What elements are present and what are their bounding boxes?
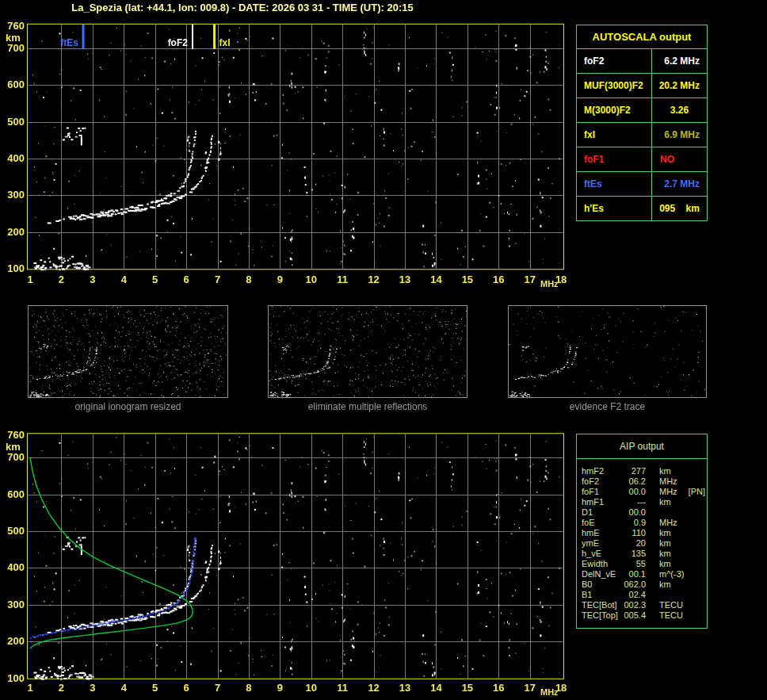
aip-parameter-value: 55 [620, 559, 646, 569]
x-axis-tick: 5 [146, 683, 165, 694]
aip-parameter-unit: km [646, 538, 671, 549]
aip-parameter-unit: TECU [646, 600, 683, 610]
aip-parameter-value: 06.2 [620, 476, 646, 487]
x-axis-tick: 2 [52, 274, 71, 285]
aip-parameter-name: Ewidth [577, 559, 620, 569]
x-axis-tick: 4 [114, 274, 133, 285]
x-axis-tick: 16 [489, 683, 508, 694]
aip-parameter-note: [PN] [677, 487, 705, 497]
autoscala-parameter-value: 20.2 MHz [652, 74, 707, 98]
x-axis-tick: 3 [83, 683, 102, 694]
autoscala-parameter-name: MUF(3000)F2 [577, 74, 652, 98]
aip-parameter-name: foE [577, 518, 620, 528]
thumbnail-caption-original: original ionogram resized [28, 401, 228, 412]
aip-parameter-name: hmF1 [577, 497, 620, 507]
thumbnail-original-ionogram [28, 305, 228, 398]
thumbnail-caption-f2trace: evidence F2 trace [508, 401, 707, 412]
thumbnail-evidence-f2-trace [508, 305, 707, 398]
x-axis-tick: 15 [458, 683, 477, 694]
x-axis-tick: 6 [177, 683, 196, 694]
x-axis-tick: 10 [302, 683, 321, 694]
aip-parameter-name: D1 [577, 507, 620, 518]
x-axis-tick: 9 [270, 274, 289, 285]
y-axis-tick: 300 [2, 599, 25, 610]
aip-parameter-value: 20 [620, 538, 646, 549]
autoscala-row-fof2: foF26.2 MHz [577, 49, 707, 74]
aip-parameter-value: 00.0 [620, 507, 646, 518]
aip-parameter-name: DelN_vE [577, 569, 620, 580]
aip-row-ewidth: Ewidth55km [577, 559, 707, 569]
x-axis-tick: 1 [21, 683, 40, 694]
autoscala-parameter-value: 2.7 MHz [652, 172, 707, 196]
marker-label-ftes: ftEs [48, 38, 78, 48]
autoscala-row-muf3000f2: MUF(3000)F220.2 MHz [577, 74, 707, 98]
y-axis-unit: km [6, 33, 25, 44]
autoscala-row-m3000f2: M(3000)F23.26 [577, 98, 707, 123]
aip-parameter-value: 135 [620, 549, 646, 559]
x-axis-tick: 16 [489, 274, 508, 285]
aip-row-b0: B0062.0km [577, 580, 707, 590]
aip-row-hmf2: hmF2277km [577, 466, 707, 476]
x-axis-tick: 13 [395, 274, 414, 285]
autoscala-parameter-name: h'Es [577, 197, 652, 220]
aip-parameter-value: 00.0 [620, 487, 646, 497]
aip-parameter-value: 110 [620, 528, 646, 538]
x-axis-tick: 12 [364, 274, 384, 285]
autoscala-parameter-value: 6.9 MHz [652, 123, 707, 147]
y-axis-tick: 200 [2, 227, 25, 238]
aip-parameter-unit: km [646, 528, 671, 538]
x-axis-tick: 14 [426, 683, 445, 694]
autoscala-parameter-name: fxI [577, 123, 652, 147]
aip-output-table: AIP output hmF2277kmfoF206.2MHzfoF100.0M… [576, 434, 708, 629]
aip-row-delnve: DelN_vE00.1m^(-3) [577, 569, 707, 580]
autoscala-output-table: AUTOSCALA output foF26.2 MHzMUF(3000)F22… [576, 25, 708, 221]
autoscala-row-fof1: foF1NO [577, 147, 707, 172]
autoscala-parameter-name: foF2 [577, 49, 652, 73]
x-axis-tick: 5 [146, 274, 165, 285]
aip-parameter-value: 02.4 [620, 590, 646, 600]
autoscala-window: La_Spezia (lat: +44.1, lon: 009.8) - DAT… [0, 0, 767, 700]
x-axis-unit: MHz [540, 687, 559, 697]
x-axis-tick: 17 [521, 274, 540, 285]
x-axis-tick: 14 [426, 274, 445, 285]
x-axis-tick: 6 [177, 274, 196, 285]
x-axis-tick: 7 [208, 683, 227, 694]
station-date-time-header: La_Spezia (lat: +44.1, lon: 009.8) - DAT… [0, 2, 485, 13]
aip-row-fof1: foF100.0MHz[PN] [577, 487, 707, 497]
aip-parameter-unit: km [646, 549, 671, 559]
x-axis-tick: 4 [114, 683, 133, 694]
y-axis-tick: 400 [2, 562, 25, 573]
aip-parameter-unit: TECU [646, 610, 683, 621]
aip-row-tectop: TEC[Top]005.4TECU [577, 610, 707, 621]
aip-parameter-name: ymE [577, 538, 620, 549]
aip-parameter-unit: m^(-3) [646, 569, 684, 580]
autoscala-parameter-value: 6.2 MHz [652, 49, 707, 73]
aip-parameter-value: 005.4 [620, 610, 646, 621]
x-axis-tick: 13 [395, 683, 414, 694]
thumbnail-caption-reflections: eliminate multiple reflections [268, 401, 467, 412]
autoscala-row-hes: h'Es095 km [577, 197, 707, 220]
autoscala-table-title: AUTOSCALA output [577, 25, 707, 49]
aip-parameter-name: B0 [577, 580, 620, 590]
x-axis-tick: 8 [239, 683, 258, 694]
autoscala-row-ftes: ftEs2.7 MHz [577, 172, 707, 197]
aip-table-title: AIP output [577, 434, 707, 459]
aip-row-fof2: foF206.2MHz [577, 476, 707, 487]
aip-row-hve: h_vE135km [577, 549, 707, 559]
aip-parameter-unit [646, 590, 659, 600]
x-axis-tick: 11 [333, 683, 352, 694]
x-axis-tick: 12 [364, 683, 384, 694]
aip-table-body: hmF2277kmfoF206.2MHzfoF100.0MHz[PN]hmF1-… [577, 459, 707, 628]
aip-row-hme: hmE110km [577, 528, 707, 538]
aip-parameter-name: foF2 [577, 476, 620, 487]
y-axis-tick: 600 [2, 79, 25, 90]
marker-label-fof2: foF2 [158, 38, 188, 48]
aip-parameter-unit: km [646, 466, 671, 476]
y-axis-tick: 760 [2, 21, 25, 32]
autoscala-parameter-value: NO [652, 147, 707, 171]
aip-row-foe: foE0.9MHz [577, 518, 707, 528]
autoscala-parameter-value: 3.26 [652, 98, 707, 122]
autoscala-parameter-name: foF1 [577, 147, 652, 171]
autoscala-parameter-name: M(3000)F2 [577, 98, 652, 122]
aip-parameter-unit: MHz [646, 518, 677, 528]
